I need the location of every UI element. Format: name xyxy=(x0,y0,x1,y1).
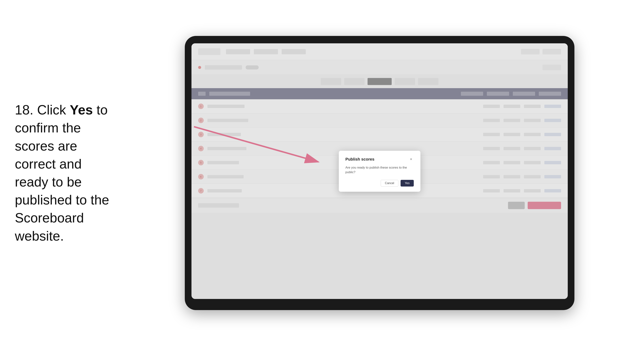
modal-footer: Cancel Yes xyxy=(346,180,414,186)
tablet-device: 1 2 xyxy=(185,36,574,310)
yes-button[interactable]: Yes xyxy=(400,180,414,186)
modal-close-button[interactable]: × xyxy=(408,157,414,162)
cancel-button[interactable]: Cancel xyxy=(381,180,398,186)
modal-title: Publish scores xyxy=(346,157,374,162)
modal-overlay: Publish scores × Are you ready to publis… xyxy=(192,43,568,299)
publish-scores-dialog: Publish scores × Are you ready to publis… xyxy=(339,151,420,192)
tablet-wrapper: 1 2 xyxy=(130,36,629,310)
modal-header: Publish scores × xyxy=(346,157,414,162)
instruction-text: 18. Click Yes to confirm the scores are … xyxy=(15,101,119,245)
tablet-screen: 1 2 xyxy=(192,43,568,299)
instruction-panel: 18. Click Yes to confirm the scores are … xyxy=(15,101,130,245)
modal-body-text: Are you ready to publish these scores to… xyxy=(346,165,414,175)
